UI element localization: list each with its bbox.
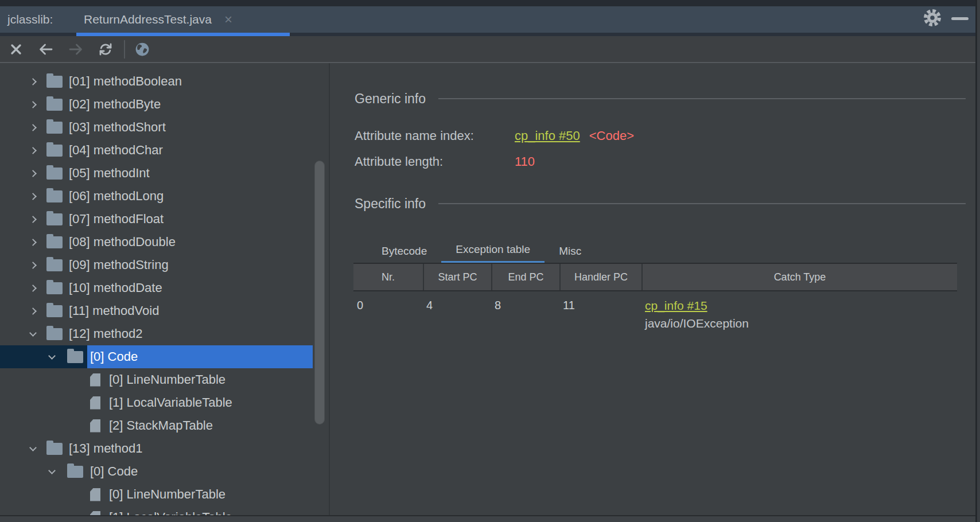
arrow-right-icon <box>68 42 84 57</box>
specific-tabs: BytecodeException tableMisc <box>367 238 596 264</box>
tree-item[interactable]: [2] StackMapTable <box>0 414 313 437</box>
close-icon <box>9 42 24 57</box>
folder-icon <box>46 282 63 294</box>
tab-exception-table[interactable]: Exception table <box>441 238 545 264</box>
tree-item[interactable]: [07] methodFloat <box>0 208 313 231</box>
attribute-length-value: 110 <box>515 154 535 169</box>
tab-misc[interactable]: Misc <box>545 238 596 264</box>
tree-item[interactable]: [10] methodDate <box>0 276 313 299</box>
web-button[interactable] <box>134 41 150 57</box>
folder-icon <box>46 122 63 134</box>
catch-type-link[interactable]: cp_info #15 <box>645 299 707 312</box>
tree-item[interactable]: [0] LineNumberTable <box>0 368 313 391</box>
folder-icon <box>46 76 63 88</box>
chevron-right-icon[interactable] <box>26 148 40 153</box>
settings-gear-icon[interactable] <box>922 7 943 28</box>
toolbar <box>0 36 980 63</box>
reload-button[interactable] <box>98 41 114 57</box>
tree-item[interactable]: [03] methodShort <box>0 116 313 139</box>
exception-table-row[interactable]: 04811cp_info #15java/io/IOException <box>353 295 957 330</box>
folder-icon <box>46 236 63 248</box>
column-header-start-pc[interactable]: Start PC <box>423 264 491 290</box>
chevron-right-icon[interactable] <box>26 171 40 176</box>
tree-item[interactable]: [02] methodByte <box>0 93 313 116</box>
file-tab[interactable]: ReturnAddressTest.java × <box>76 6 290 33</box>
chevron-right-icon[interactable] <box>26 263 40 268</box>
tree-item-label: [09] methodString <box>69 258 169 272</box>
tab-bytecode[interactable]: Bytecode <box>367 238 441 264</box>
attribute-name-index-label: Attribute name index: <box>355 128 515 143</box>
cell-end-pc: 8 <box>491 295 559 312</box>
titlebar: jclasslib: ReturnAddressTest.java × <box>0 0 980 36</box>
exception-table-header: Nr.Start PCEnd PCHandler PCCatch Type <box>353 264 957 291</box>
chevron-down-icon[interactable] <box>26 447 40 450</box>
tree-item[interactable]: [04] methodChar <box>0 139 313 162</box>
chevron-right-icon[interactable] <box>26 102 40 107</box>
tree-item-label: [1] LocalVariableTable <box>109 510 232 515</box>
tree-item-label: [12] method2 <box>69 326 142 341</box>
tree-item-label: [01] methodBoolean <box>69 74 182 89</box>
cell-nr: 0 <box>353 295 423 312</box>
tree-item-label: [0] LineNumberTable <box>109 372 225 387</box>
back-button[interactable] <box>38 41 54 57</box>
tree-item[interactable]: [0] Code <box>0 460 313 483</box>
tree-item-label: [04] methodChar <box>69 143 163 158</box>
tree-item[interactable]: [1] LocalVariableTable <box>0 506 313 515</box>
chevron-right-icon[interactable] <box>26 125 40 130</box>
generic-info-title: Generic info <box>355 91 426 107</box>
folder-icon <box>67 351 83 363</box>
tree-scrollbar[interactable] <box>314 161 325 424</box>
cell-start-pc: 4 <box>423 295 491 312</box>
forward-button[interactable] <box>68 41 84 57</box>
toolbar-separator <box>124 40 125 59</box>
document-icon <box>90 396 100 410</box>
tree-item-label: [08] methodDouble <box>69 235 176 250</box>
tree-item[interactable]: [11] methodVoid <box>0 299 313 322</box>
tree-item[interactable]: [1] LocalVariableTable <box>0 391 313 414</box>
document-icon <box>90 488 100 501</box>
tree-item[interactable]: [12] method2 <box>0 322 313 345</box>
chevron-right-icon[interactable] <box>26 194 40 199</box>
chevron-right-icon[interactable] <box>26 240 40 245</box>
folder-icon <box>46 99 63 111</box>
tree-item-label: [1] LocalVariableTable <box>109 395 232 410</box>
tree-item[interactable]: [13] method1 <box>0 437 313 460</box>
tree-item[interactable]: [09] methodString <box>0 254 313 276</box>
tree-item-label: [2] StackMapTable <box>109 418 213 433</box>
jclasslib-window: jclasslib: ReturnAddressTest.java × <box>0 0 980 522</box>
column-header-handler-pc[interactable]: Handler PC <box>559 264 641 290</box>
document-icon <box>90 511 100 516</box>
tree-item-label: [07] methodFloat <box>69 212 164 227</box>
chevron-right-icon[interactable] <box>26 309 40 314</box>
attribute-name-index-row: Attribute name index: cp_info #50<Code> <box>355 127 634 145</box>
attribute-length-label: Attribute length: <box>355 154 515 169</box>
chevron-right-icon[interactable] <box>26 217 40 222</box>
tree-item[interactable]: [08] methodDouble <box>0 231 313 254</box>
chevron-down-icon[interactable] <box>26 333 40 336</box>
detail-pane: Generic info Attribute name index: cp_in… <box>330 63 975 515</box>
folder-icon <box>46 190 63 202</box>
tree-item[interactable]: [05] methodInt <box>0 162 313 185</box>
constant-pool-link[interactable]: cp_info #50 <box>515 128 580 143</box>
column-header-catch-type[interactable]: Catch Type <box>641 264 957 290</box>
tree-item-label: [0] Code <box>90 464 138 479</box>
tree-item-label: [0] LineNumberTable <box>109 487 225 502</box>
minimize-icon[interactable] <box>951 17 969 20</box>
tree-item[interactable]: [06] methodLong <box>0 185 313 208</box>
window-right-edge <box>975 0 980 522</box>
resolved-constant-text: <Code> <box>589 128 634 143</box>
tree-item[interactable]: [0] LineNumberTable <box>0 483 313 506</box>
tab-close-icon[interactable]: × <box>224 13 232 26</box>
chevron-right-icon[interactable] <box>26 286 40 291</box>
cell-catch-type: cp_info #15java/io/IOException <box>641 295 957 330</box>
column-header-end-pc[interactable]: End PC <box>491 264 559 290</box>
window-bottom-edge <box>0 515 980 522</box>
tree-item[interactable]: [01] methodBoolean <box>0 70 313 93</box>
chevron-right-icon[interactable] <box>26 79 40 84</box>
column-header-nr-[interactable]: Nr. <box>353 264 423 290</box>
tree-item[interactable]: [0] Code <box>0 345 313 368</box>
folder-icon <box>46 145 63 157</box>
close-button[interactable] <box>8 41 24 57</box>
chevron-down-icon[interactable] <box>45 356 59 359</box>
chevron-down-icon[interactable] <box>45 470 59 473</box>
